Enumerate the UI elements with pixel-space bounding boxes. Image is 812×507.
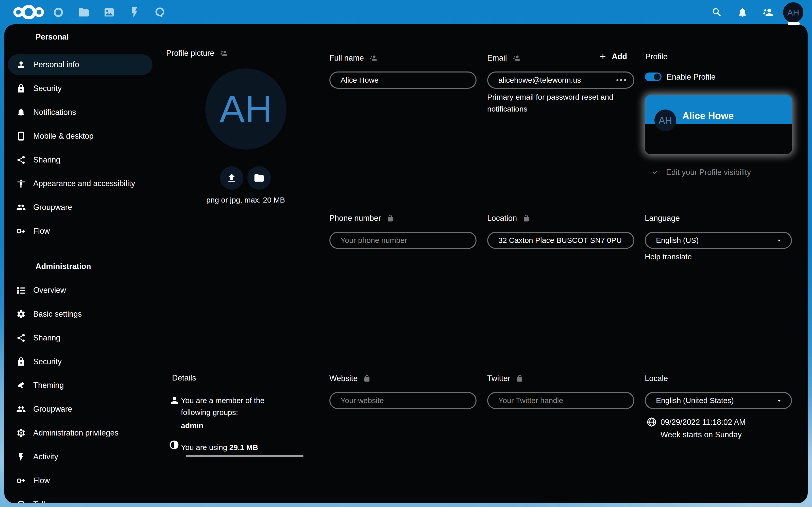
flow-icon — [16, 226, 26, 236]
group-icon — [16, 203, 26, 212]
lock-scope-icon[interactable] — [522, 215, 530, 222]
profile-card-avatar: AH — [654, 110, 676, 131]
full-name-input[interactable] — [329, 71, 476, 89]
talk-icon — [16, 500, 26, 503]
sidebar-item-theming[interactable]: Theming — [8, 375, 153, 396]
sidebar-item-label: Notifications — [33, 108, 76, 117]
talk-icon[interactable] — [154, 6, 166, 18]
locale-datetime: 09/29/2022 11:18:02 AM — [661, 418, 746, 427]
email-field-wrap — [487, 71, 635, 89]
enable-profile-toggle[interactable] — [645, 72, 662, 81]
user-avatar-menu[interactable]: AH — [783, 2, 803, 22]
sidebar-item-admin-sharing[interactable]: Sharing — [8, 328, 153, 348]
twitter-label: Twitter — [487, 374, 523, 384]
sidebar-item-label: Overview — [33, 286, 66, 295]
email-input[interactable] — [487, 71, 635, 89]
gear-icon — [16, 309, 26, 319]
contacts-icon[interactable] — [762, 7, 773, 18]
email-helper-text: Primary email for password reset and not… — [487, 91, 619, 115]
sidebar-item-admin-flow[interactable]: Flow — [8, 470, 153, 491]
share-icon — [16, 333, 26, 343]
nextcloud-logo[interactable] — [10, 5, 48, 19]
sidebar-item-admin-privileges[interactable]: Administration privileges — [8, 422, 153, 443]
sidebar-item-activity[interactable]: Activity — [8, 446, 153, 467]
sidebar-item-label: Sharing — [33, 333, 60, 342]
upload-avatar-button[interactable] — [220, 166, 243, 189]
sidebar-item-sharing[interactable]: Sharing — [8, 150, 153, 170]
add-email-button[interactable]: Add — [599, 52, 627, 61]
phone-icon — [16, 131, 26, 141]
full-name-label: Full name — [329, 53, 377, 63]
bell-icon — [16, 108, 26, 117]
sidebar-item-basic-settings[interactable]: Basic settings — [8, 304, 153, 325]
profile-preview-card[interactable]: AH Alice Howe — [645, 95, 792, 154]
dashboard-icon[interactable] — [52, 6, 64, 18]
activity-icon[interactable] — [129, 6, 141, 18]
lock-scope-icon[interactable] — [363, 375, 371, 382]
location-label: Location — [487, 213, 530, 223]
contacts-scope-icon[interactable] — [513, 54, 520, 62]
sidebar-item-label: Flow — [33, 476, 50, 485]
language-select[interactable]: English (US) — [645, 232, 792, 249]
contacts-scope-icon[interactable] — [220, 49, 227, 57]
sidebar-item-appearance[interactable]: Appearance and accessibility — [8, 173, 153, 194]
sidebar-item-notifications[interactable]: Notifications — [8, 102, 153, 123]
group-icon — [16, 404, 26, 414]
phone-input[interactable] — [329, 232, 476, 249]
contacts-scope-icon[interactable] — [369, 54, 377, 62]
sidebar-item-mobile-desktop[interactable]: Mobile & desktop — [8, 126, 153, 147]
details-heading: Details — [172, 374, 196, 383]
sidebar-item-admin-security[interactable]: Security — [8, 351, 153, 372]
sidebar-item-label: Sharing — [33, 155, 60, 165]
groups-membership-text: You are a member of the following groups… — [181, 394, 275, 418]
overview-icon — [16, 285, 26, 295]
sidebar-item-talk[interactable]: Talk — [8, 494, 153, 503]
caret-down-icon — [776, 397, 783, 404]
lock-scope-icon[interactable] — [516, 375, 523, 382]
admin-gear-icon — [16, 428, 26, 438]
locale-week-info: Week starts on Sunday — [661, 430, 742, 439]
lock-scope-icon[interactable] — [387, 215, 394, 222]
choose-from-files-button[interactable] — [247, 166, 271, 189]
lock-icon — [16, 83, 26, 93]
plus-icon — [599, 52, 607, 61]
photos-icon[interactable] — [103, 6, 115, 18]
top-bar: AH — [0, 0, 812, 24]
language-label: Language — [645, 213, 680, 223]
sidebar-item-admin-groupware[interactable]: Groupware — [8, 399, 153, 419]
twitter-input[interactable] — [487, 392, 635, 409]
settings-panel: Personal Personal info Security Notifica… — [4, 24, 808, 503]
website-input[interactable] — [329, 392, 476, 409]
group-name: admin — [181, 421, 203, 430]
sidebar-item-overview[interactable]: Overview — [8, 280, 153, 301]
search-icon[interactable] — [711, 7, 722, 18]
sidebar-item-security[interactable]: Security — [8, 78, 153, 99]
help-translate-link[interactable]: Help translate — [645, 252, 692, 261]
sidebar-item-label: Appearance and accessibility — [33, 179, 135, 188]
profile-avatar: AH — [205, 68, 287, 150]
notifications-bell-icon[interactable] — [737, 7, 748, 18]
enable-profile-label: Enable Profile — [667, 72, 716, 81]
location-input[interactable] — [487, 232, 635, 249]
globe-icon — [646, 417, 657, 428]
sidebar-item-personal-info[interactable]: Personal info — [8, 54, 153, 75]
sidebar-item-label: Activity — [33, 452, 58, 461]
profile-picture-label: Profile picture — [166, 48, 227, 58]
profile-card-name: Alice Howe — [682, 111, 734, 121]
lock-icon — [16, 357, 26, 367]
share-icon — [16, 155, 26, 165]
profile-avatar-initials: AH — [219, 87, 272, 131]
lightning-icon — [16, 452, 26, 462]
files-icon[interactable] — [78, 6, 90, 18]
member-user-icon — [169, 395, 180, 406]
sidebar-item-flow[interactable]: Flow — [8, 221, 153, 241]
website-label: Website — [329, 374, 371, 384]
phone-label: Phone number — [329, 213, 394, 223]
sidebar-item-groupware[interactable]: Groupware — [8, 197, 153, 218]
email-actions-dots-icon[interactable] — [616, 77, 627, 82]
edit-profile-visibility[interactable]: Edit your Profile visibility — [650, 168, 751, 177]
email-label: Email — [487, 53, 520, 63]
upload-icon — [226, 172, 237, 183]
locale-select[interactable]: English (United States) — [645, 392, 792, 409]
toggle-knob — [654, 73, 661, 80]
